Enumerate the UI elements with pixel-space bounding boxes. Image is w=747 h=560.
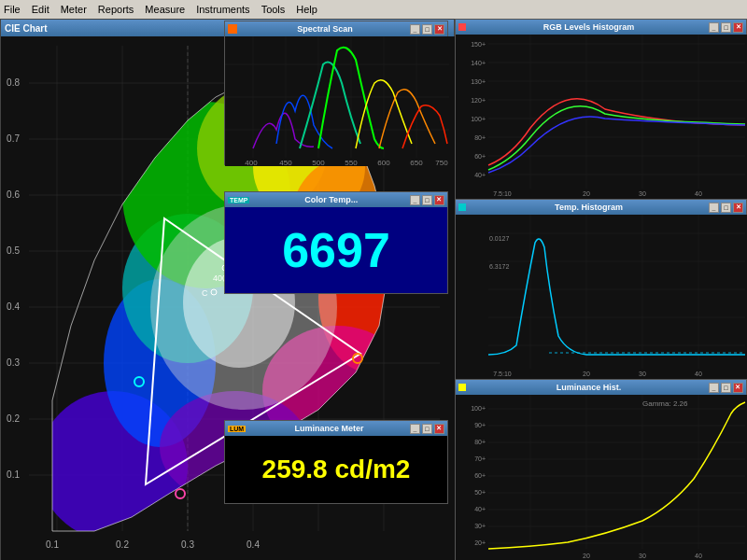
svg-text:120+: 120+ (471, 97, 486, 104)
svg-text:80+: 80+ (474, 134, 486, 141)
luminance-icon: LUM (228, 426, 246, 432)
colortemp-maximize[interactable]: □ (422, 195, 432, 205)
spectral-minimize[interactable]: _ (410, 24, 420, 35)
svg-text:0.2: 0.2 (7, 413, 20, 424)
svg-text:20+: 20+ (474, 539, 486, 546)
svg-text:60+: 60+ (474, 153, 486, 160)
luminance-maximize[interactable]: □ (422, 424, 432, 434)
colortemp-minimize[interactable]: _ (410, 195, 420, 205)
menu-tools[interactable]: Tools (261, 4, 286, 15)
lum-hist-title-bar: Luminance Hist. _ □ ✕ (456, 380, 746, 395)
luminance-histogram-window: Luminance Hist. _ □ ✕ (455, 379, 747, 560)
lum-hist-close[interactable]: ✕ (733, 383, 743, 393)
main-area: CIE Chart (0, 19, 747, 560)
temp-hist-svg: 0.0127 6.3172 7.5:10 20 30 40 (456, 215, 747, 380)
temp-hist-title: Temp. Histogram (555, 203, 623, 212)
temp-hist-title-bar: Temp. Histogram _ □ ✕ (456, 200, 746, 215)
svg-text:0.6: 0.6 (7, 189, 20, 200)
svg-text:40+: 40+ (474, 506, 486, 512)
svg-text:70+: 70+ (474, 455, 486, 462)
svg-text:0.3: 0.3 (181, 539, 194, 550)
lum-hist-maximize[interactable]: □ (721, 383, 731, 393)
svg-text:90+: 90+ (474, 422, 486, 428)
svg-text:0.4: 0.4 (7, 301, 20, 312)
svg-text:500: 500 (312, 159, 325, 166)
svg-text:30: 30 (639, 190, 646, 197)
spectral-close[interactable]: ✕ (434, 24, 444, 35)
menu-reports[interactable]: Reports (98, 4, 134, 15)
temp-hist-maximize[interactable]: □ (721, 203, 731, 213)
luminance-minimize[interactable]: _ (410, 424, 420, 434)
luminance-meter-window: LUM Luminance Meter _ □ ✕ 259.8 cd/m2 (224, 420, 448, 504)
svg-text:40: 40 (695, 190, 702, 197)
luminance-value: 259.8 cd/m2 (262, 455, 411, 484)
luminance-close[interactable]: ✕ (434, 424, 444, 434)
svg-text:80+: 80+ (474, 439, 486, 445)
svg-text:50+: 50+ (474, 489, 486, 496)
temp-hist-chart: 0.0127 6.3172 7.5:10 20 30 40 (456, 215, 746, 380)
lum-hist-icon (458, 384, 466, 391)
luminance-title: Luminance Meter (295, 424, 364, 433)
svg-text:140+: 140+ (471, 60, 486, 66)
temp-hist-minimize[interactable]: _ (709, 203, 719, 213)
svg-text:150+: 150+ (471, 41, 486, 48)
svg-text:400: 400 (245, 159, 258, 166)
color-temp-display: 6697 (225, 207, 447, 293)
svg-text:60+: 60+ (474, 472, 486, 479)
svg-text:40: 40 (695, 371, 702, 377)
spectral-title-bar: Spectral Scan _ □ ✕ (225, 21, 447, 36)
temp-hist-icon (458, 203, 466, 211)
temp-hist-close[interactable]: ✕ (733, 203, 743, 213)
svg-text:0.1: 0.1 (46, 539, 59, 550)
lum-hist-minimize[interactable]: _ (709, 383, 719, 393)
menu-help[interactable]: Help (296, 4, 317, 15)
menu-bar: File Edit Meter Reports Measure Instrume… (0, 0, 747, 19)
rgb-hist-maximize[interactable]: □ (721, 22, 731, 33)
svg-text:7.5:10: 7.5:10 (493, 371, 512, 377)
rgb-hist-minimize[interactable]: _ (709, 22, 719, 33)
svg-text:750: 750 (435, 159, 448, 166)
spectral-svg: 400 450 500 550 600 650 750 (225, 36, 449, 166)
rgb-hist-title: RGB Levels Histogram (543, 22, 635, 32)
svg-text:0.7: 0.7 (7, 133, 20, 144)
temp-histogram-window: Temp. Histogram _ □ ✕ (455, 199, 747, 379)
svg-rect-116 (456, 395, 747, 560)
rgb-hist-close[interactable]: ✕ (733, 22, 743, 33)
menu-meter[interactable]: Meter (61, 4, 87, 15)
spectral-scan-window: Spectral Scan _ □ ✕ (224, 21, 448, 165)
menu-edit[interactable]: Edit (32, 4, 49, 15)
svg-text:0.5: 0.5 (7, 245, 20, 256)
svg-text:Gamma: 2.26: Gamma: 2.26 (642, 399, 688, 408)
svg-text:7.5:10: 7.5:10 (493, 190, 512, 197)
svg-text:0.2: 0.2 (116, 539, 129, 550)
menu-measure[interactable]: Measure (145, 4, 185, 15)
svg-text:30: 30 (639, 371, 646, 377)
svg-text:600: 600 (377, 159, 390, 166)
svg-text:20: 20 (583, 190, 590, 197)
spectral-maximize[interactable]: □ (422, 24, 432, 35)
menu-file[interactable]: File (4, 4, 21, 15)
svg-text:6.3172: 6.3172 (489, 263, 510, 270)
color-temp-value: 6697 (282, 222, 390, 278)
svg-text:20: 20 (583, 371, 590, 377)
rgb-histogram-window: RGB Levels Histogram _ □ ✕ (455, 19, 747, 199)
lum-hist-title: Luminance Hist. (557, 383, 622, 392)
svg-text:20: 20 (583, 553, 590, 559)
colortemp-close[interactable]: ✕ (434, 195, 444, 205)
svg-text:550: 550 (345, 159, 358, 166)
luminance-title-bar: LUM Luminance Meter _ □ ✕ (225, 421, 447, 436)
color-temp-window: TEMP Color Temp... _ □ ✕ 6697 (224, 191, 448, 294)
svg-text:0.0127: 0.0127 (489, 235, 510, 242)
lum-hist-chart: Gamma: 2.26 100+ 90+ 80+ 70+ 60+ 50+ 40+… (456, 395, 746, 560)
rgb-hist-chart: 150+ 140+ 130+ 120+ 100+ 80+ 60+ 40+ 7.5… (456, 35, 746, 200)
lum-hist-svg: Gamma: 2.26 100+ 90+ 80+ 70+ 60+ 50+ 40+… (456, 395, 747, 560)
luminance-display: 259.8 cd/m2 (225, 436, 447, 503)
svg-text:0.1: 0.1 (7, 469, 20, 480)
colortemp-title-bar: TEMP Color Temp... _ □ ✕ (225, 192, 447, 207)
svg-text:100+: 100+ (471, 405, 486, 412)
colortemp-title: Color Temp... (304, 195, 358, 204)
menu-instruments[interactable]: Instruments (196, 4, 249, 15)
svg-text:130+: 130+ (471, 78, 486, 85)
spectral-title: Spectral Scan (297, 24, 353, 34)
spectral-chart: 400 450 500 550 600 650 750 (225, 36, 447, 166)
